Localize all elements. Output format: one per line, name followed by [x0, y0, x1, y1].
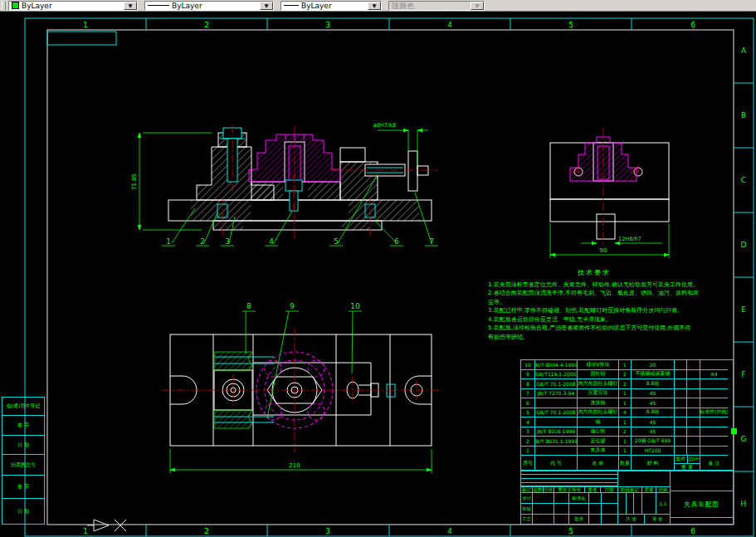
balloon-4: 4	[269, 237, 274, 246]
border-attachment-table: 借(通)用件登记 签 字 日 期 旧底图总号 签 字 日 期	[2, 397, 45, 525]
zone-number-bottom: 6	[690, 527, 695, 535]
technical-requirements-title: 技术要求	[488, 269, 700, 278]
zone-letter-right: E	[741, 305, 746, 314]
dim-plan-width: 210	[289, 462, 300, 469]
zone-letter-right: G	[741, 435, 747, 443]
zone-letter-right: H	[741, 500, 747, 508]
balloon-1: 1	[166, 237, 171, 246]
attachment-row: 日 期	[2, 498, 45, 525]
table-row: 5GB/T 70.1-2008内六角圆柱头螺钉48.8级标准件(外购)	[521, 408, 733, 418]
zone-letter-right: B	[741, 111, 746, 120]
attachment-row: 签 字	[2, 415, 45, 435]
lineweight-sample-icon	[284, 5, 299, 6]
balloon-3: 3	[225, 237, 230, 246]
lineweight-control-value: ByLayer	[301, 2, 332, 10]
linetype-dropdown-arrow-icon[interactable]: ▼	[260, 2, 273, 10]
lineweight-control-dropdown[interactable]: ByLayer ▼	[280, 1, 382, 11]
plot-marks	[87, 520, 126, 531]
color-swatch-green	[12, 2, 19, 9]
table-row: 4轴145	[521, 417, 733, 427]
technical-requirements: 技术要求 1.装夹前须检查各定位元件、夹紧元件、转动件,确认无松动后方可装夹工件…	[488, 269, 700, 341]
plotstyle-control-dropdown: 随颜色 ▼	[388, 1, 485, 11]
attachment-row: 签 字	[2, 475, 45, 498]
table-row: 7JB/T 7270.3-94压紧压块145	[521, 389, 733, 399]
attachment-row: 旧底图总号	[2, 454, 45, 475]
zone-letter-right: A	[741, 46, 747, 55]
balloon-2: 2	[200, 237, 205, 246]
zone-number-bottom: 2	[204, 527, 209, 535]
balloon-7: 7	[429, 237, 434, 246]
zone-letter-right: F	[741, 370, 745, 378]
tech-req-line: 尘等。	[488, 298, 700, 307]
cad-application-window: ByLayer ▼ ByLayer ▼ ByLayer ▼ 随颜色 ▼	[0, 0, 756, 537]
zone-number-top: 5	[568, 21, 573, 29]
table-row: 6连接轴145	[521, 398, 733, 408]
scale-value: 1:1	[656, 492, 671, 515]
table-row: 10JB/T 8004.4-1999移动V形块120	[521, 360, 733, 370]
zone-number-top: 4	[447, 21, 452, 29]
plotstyle-control-value: 随颜色	[392, 2, 414, 10]
table-row: 2JB/T 8031.1-1999定位键120钢 GB/T 699	[521, 437, 733, 447]
drawing-canvas[interactable]: 1 2 3 4 5 6 1 2 3 4 5 6 A B C D E F G H	[0, 12, 756, 537]
company-cell	[670, 470, 734, 491]
zone-number-top: 3	[325, 21, 330, 29]
zone-number-bottom: 4	[447, 527, 452, 535]
color-control-value: ByLayer	[22, 2, 52, 10]
zone-letter-right: D	[741, 241, 747, 249]
object-properties-toolbar: ByLayer ▼ ByLayer ▼ ByLayer ▼ 随颜色 ▼	[0, 0, 756, 12]
zone-letter-right: C	[741, 176, 746, 184]
tech-req-line: 2.各结合面装配前须清洗干净,不得有毛刺、飞边、氧化皮、锈蚀、油污、涂料和灰	[488, 289, 700, 298]
linetype-sample-icon	[148, 5, 169, 6]
tech-req-line: 5.装配后,须经检验合格,产品在各紧固件不松动的状态下方可交付使用,外观不得	[488, 324, 700, 333]
zone-number-bottom: 1	[83, 527, 88, 535]
parts-list-table: 10JB/T 8004.4-1999移动V形块120 9GB/T119.1-20…	[520, 359, 734, 471]
linetype-control-dropdown[interactable]: ByLayer ▼	[144, 1, 274, 11]
tech-req-line: 4.装配后各运动部分应灵活、平稳,无卡滞现象。	[488, 315, 700, 325]
dim-side-width: 90	[600, 247, 607, 254]
dim-front-fit: ø8H7/k8	[373, 122, 396, 129]
attachment-row: 日 期	[2, 435, 45, 454]
color-control-dropdown[interactable]: ByLayer ▼	[8, 1, 138, 11]
toolbar-grip[interactable]	[2, 2, 6, 10]
side-view: 12H8/h7 90	[550, 128, 669, 258]
balloon-10: 10	[350, 302, 360, 310]
lineweight-dropdown-arrow-icon[interactable]: ▼	[368, 2, 381, 10]
plan-view: 8 9 10 210	[162, 302, 442, 473]
zone-number-bottom: 3	[325, 527, 330, 535]
dim-front-height: 71.85	[131, 173, 138, 190]
plotstyle-dropdown-arrow-icon: ▼	[471, 2, 484, 10]
title-block: 标记 处数 分区 更改文件号 签名 日期 设计 标准化 审核 工艺 批准	[520, 470, 734, 525]
dim-side-slot: 12H8/h7	[618, 236, 641, 242]
linetype-control-value: ByLayer	[172, 2, 202, 10]
zone-number-bottom: 5	[568, 527, 573, 535]
tech-req-line: 3.装配过程中,零件不得磕碰、划伤,装配螺钉时应按对角顺序分次均匀拧紧。	[488, 306, 700, 315]
table-row: 1夹具体1HT200	[521, 447, 733, 456]
zone-number-top: 1	[83, 21, 88, 29]
drawing-number-cell	[670, 517, 734, 525]
table-row: 8GB/T 70.1-2008内六角圆柱头螺钉28.8级	[521, 379, 733, 389]
drawing-title: 夹具装配图	[670, 491, 734, 518]
tech-req-line: 1.装夹前须检查各定位元件、夹紧元件、转动件,确认无松动后方可装夹工件使用。	[488, 281, 700, 290]
front-view	[168, 124, 438, 239]
zone-number-top: 6	[690, 21, 695, 29]
table-header-row: 序号 代 号 名 称 数量 材 料 单件总计 重 量 备 注	[521, 456, 733, 471]
attachment-row: 借(通)用件登记	[2, 397, 45, 415]
tech-req-line: 有损伤等缺陷。	[488, 333, 700, 342]
color-dropdown-arrow-icon[interactable]: ▼	[124, 2, 137, 10]
balloon-6: 6	[394, 237, 399, 246]
table-row: 3JB/T 8016-1999偏心轮245	[521, 427, 733, 437]
zone-number-top: 2	[204, 21, 209, 29]
revision-box	[47, 32, 116, 45]
balloon-8: 8	[246, 302, 251, 310]
balloon-5: 5	[334, 237, 339, 246]
change-record-grid	[520, 470, 618, 486]
table-row: 9GB/T119.1-2000圆柱销2不锈钢或碳素钢A4	[521, 370, 733, 380]
balloon-9: 9	[290, 302, 295, 310]
